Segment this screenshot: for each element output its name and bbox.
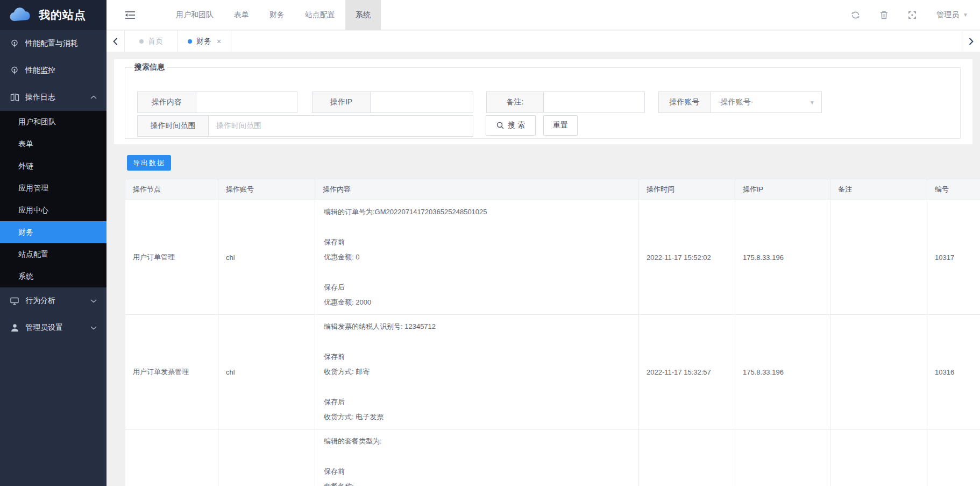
cell-node: 用户订单发票管理 — [125, 315, 218, 429]
sidebar-item-label: 行为分析 — [25, 296, 55, 306]
cell-content: 编辑的套餐类型为: 保存前 套餐名称: — [315, 429, 639, 486]
remark-group: 备注: — [486, 91, 645, 113]
operation-account-group: 操作账号 -操作账号- ▼ — [658, 91, 822, 113]
monitor-screen-icon — [10, 296, 19, 306]
header-operation-content: 操作内容 — [315, 179, 639, 200]
sidebar-item-performance-config[interactable]: 性能配置与消耗 — [0, 30, 106, 57]
content-line: 编辑的订单号为:GM20220714172036525248501025 — [324, 205, 630, 220]
submenu-item-app-center[interactable]: 应用中心 — [0, 199, 106, 221]
trash-icon[interactable] — [880, 11, 888, 19]
cell-ip — [735, 429, 830, 486]
time-range-input[interactable]: 操作时间范围 — [208, 115, 473, 137]
caret-down-icon: ▼ — [963, 12, 968, 18]
operation-content-group: 操作内容 — [137, 91, 297, 113]
submenu-item-users-teams[interactable]: 用户和团队 — [0, 111, 106, 133]
page-tab-home[interactable]: 首页 — [125, 31, 178, 52]
operation-logs-submenu: 用户和团队 表单 外链 应用管理 应用中心 财务 站点配置 系统 — [0, 111, 106, 287]
submenu-item-external-links[interactable]: 外链 — [0, 155, 106, 177]
sidebar-item-admin-settings[interactable]: 管理员设置 — [0, 314, 106, 341]
fullscreen-icon[interactable] — [908, 11, 917, 19]
header-operation-node: 操作节点 — [125, 179, 218, 200]
page-tab-label: 首页 — [148, 37, 163, 46]
main-content: 搜索信息 操作内容 操作IP 备注: 操作账号 — [106, 52, 980, 486]
header-remark: 备注 — [830, 179, 927, 200]
scroll-tabs-right-button[interactable] — [962, 31, 980, 52]
reset-button-label: 重置 — [553, 121, 568, 130]
page-tab-finance-active[interactable]: 财务 × — [178, 31, 231, 52]
scroll-tabs-left-button[interactable] — [106, 31, 125, 52]
close-icon[interactable]: × — [217, 37, 221, 46]
search-button[interactable]: 搜 索 — [486, 115, 536, 136]
cell-ip: 175.8.33.196 — [735, 315, 830, 429]
table-header-row: 操作节点 操作账号 操作内容 操作时间 操作IP 备注 编号 — [125, 179, 980, 200]
operation-account-label: 操作账号 — [658, 91, 710, 113]
operation-ip-group: 操作IP — [312, 91, 473, 113]
remark-input[interactable] — [543, 91, 645, 113]
sidebar-item-operation-logs[interactable]: 操作日志 — [0, 84, 106, 111]
search-legend: 搜索信息 — [132, 62, 167, 72]
search-fieldset: 搜索信息 操作内容 操作IP 备注: 操作账号 — [125, 62, 961, 139]
user-menu[interactable]: 管理员 ▼ — [936, 10, 968, 20]
top-tab-site-config[interactable]: 站点配置 — [295, 0, 345, 30]
time-range-group: 操作时间范围 操作时间范围 — [137, 115, 473, 137]
submenu-item-system[interactable]: 系统 — [0, 265, 106, 287]
content-line: 保存后 — [324, 395, 630, 410]
content-line: 保存前 — [324, 235, 630, 250]
cell-node — [125, 429, 218, 486]
operation-content-input[interactable] — [196, 91, 297, 113]
operation-ip-input[interactable] — [370, 91, 473, 113]
top-tab-system-active[interactable]: 系统 — [345, 0, 381, 30]
sidebar-item-label: 管理员设置 — [25, 323, 63, 333]
top-tab-finance[interactable]: 财务 — [259, 0, 295, 30]
sidebar-item-label: 性能配置与消耗 — [25, 39, 78, 48]
cell-content: 编辑的订单号为:GM20220714172036525248501025 保存前… — [315, 200, 639, 315]
cloud-logo-icon — [9, 7, 33, 23]
content-line: 套餐名称: — [324, 479, 630, 486]
refresh-icon[interactable] — [851, 11, 860, 19]
content-line: 收货方式: 电子发票 — [324, 410, 630, 425]
export-data-button[interactable]: 导出数据 — [127, 155, 171, 171]
page-tab-label: 财务 — [196, 37, 211, 46]
menu-fold-icon[interactable] — [125, 11, 136, 19]
cell-remark — [830, 315, 927, 429]
cell-time — [639, 429, 735, 486]
brand-title: 我的站点 — [39, 8, 86, 23]
content-line — [324, 379, 630, 395]
content-line: 保存前 — [324, 464, 630, 479]
time-range-placeholder: 操作时间范围 — [216, 121, 261, 131]
sidebar-item-label: 操作日志 — [25, 93, 55, 102]
search-panel: 搜索信息 操作内容 操作IP 备注: 操作账号 — [114, 59, 972, 144]
submenu-item-forms[interactable]: 表单 — [0, 133, 106, 155]
top-bar: 用户和团队 表单 财务 站点配置 系统 管理员 ▼ — [106, 0, 980, 30]
log-book-icon — [10, 93, 19, 102]
submenu-item-app-management[interactable]: 应用管理 — [0, 177, 106, 199]
cell-account: chl — [218, 315, 315, 429]
chevron-down-icon — [90, 299, 97, 303]
cell-time: 2022-11-17 15:32:57 — [639, 315, 735, 429]
submenu-item-site-config[interactable]: 站点配置 — [0, 243, 106, 265]
content-line: 编辑发票的纳税人识别号: 12345712 — [324, 319, 630, 334]
caret-down-icon: ▼ — [809, 100, 815, 105]
brand-logo: 我的站点 — [0, 0, 106, 30]
table-row: 编辑的套餐类型为: 保存前 套餐名称: — [125, 429, 980, 486]
content-line — [324, 449, 630, 464]
monitor-signal-icon — [10, 66, 19, 75]
submenu-item-finance-active[interactable]: 财务 — [0, 221, 106, 243]
operation-account-select[interactable]: -操作账号- ▼ — [710, 91, 822, 113]
cell-account — [218, 429, 315, 486]
reset-button[interactable]: 重置 — [543, 115, 578, 136]
top-tab-forms[interactable]: 表单 — [224, 0, 259, 30]
cell-id — [927, 429, 980, 486]
search-form-row-1: 操作内容 操作IP 备注: 操作账号 -操作账号- — [137, 91, 822, 113]
sidebar: 我的站点 性能配置与消耗 性能监控 操作日志 用户和团队 表单 — [0, 0, 106, 486]
cell-account: chl — [218, 200, 315, 315]
content-line: 优惠金额: 2000 — [324, 295, 630, 310]
remark-label: 备注: — [486, 91, 543, 113]
cell-id: 10317 — [927, 200, 980, 315]
top-tab-users-teams[interactable]: 用户和团队 — [166, 0, 224, 30]
cell-ip: 175.8.33.196 — [735, 200, 830, 315]
performance-icon — [10, 39, 19, 48]
sidebar-item-behavior-analysis[interactable]: 行为分析 — [0, 287, 106, 314]
sidebar-item-performance-monitor[interactable]: 性能监控 — [0, 57, 106, 84]
top-nav-tabs: 用户和团队 表单 财务 站点配置 系统 — [166, 0, 381, 30]
